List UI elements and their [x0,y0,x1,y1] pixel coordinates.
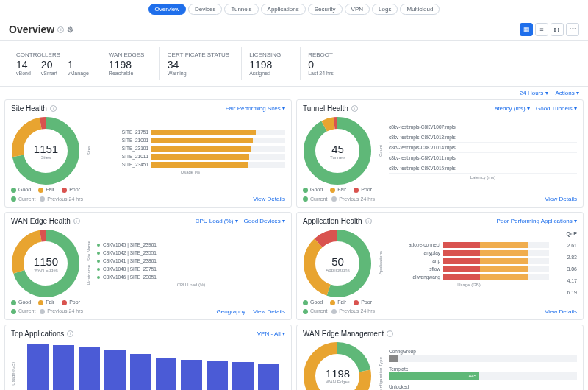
kpi-wan-edges: WAN EDGES 1198 Reachable [101,47,160,80]
qoe-value: 6.19 [555,290,577,295]
sub-legend-item: Previous 24 hrs [40,196,83,202]
site-bar-row: SITE_21011 [97,154,285,160]
wan-edge-item: C8KV1042 | SITE_23551 [97,250,285,255]
kpi-value: 1 [68,60,89,71]
top-app-bar [207,361,228,390]
settings-icon[interactable]: ⚙ [67,26,74,34]
qoe-column: QoE2.612.833.064.176.19 [555,228,577,298]
nav-tab-tunnels[interactable]: Tunnels [224,4,258,15]
wan-edge-item: C8KV1040 | SITE_23751 [97,266,285,272]
tunnel-filter-dropdown[interactable]: Good Tunnels ▾ [536,105,577,112]
app-bar-row: sflow [389,266,549,272]
panel-title-text: WAN Edge Health [11,217,71,225]
panel-application-health: Application Healthi Poor Performing Appl… [296,212,584,320]
site-bar-row: SITE_21001 [97,138,285,143]
app-bar-row: arip [389,258,549,264]
page-header: Overview i ⚙ ▦ ≡ ⫾⫾ 〰 [0,18,588,41]
app-bar-row: aliwangwang [389,274,549,280]
info-icon[interactable]: i [57,26,64,33]
info-icon[interactable]: i [50,105,57,112]
legend-item: Poor [62,299,80,305]
legend-item: Fair [330,187,346,193]
info-icon[interactable]: i [67,330,74,337]
app-bar-row: adobe-connect [389,242,549,248]
kpi-strip: CONTROLLERS 14vBond20vSmart1vManage WAN … [0,41,588,87]
view-grid-button[interactable]: ▦ [520,23,533,36]
view-line-button[interactable]: 〰 [566,23,579,36]
view-details-link[interactable]: View Details [545,308,577,315]
kpi-value: 1198 [249,60,288,71]
donut-value: 1150 [34,255,58,267]
tunnel-health-donut: 45Tunnels [303,116,373,185]
kpi-sub: vBond [16,71,31,76]
nav-tab-security[interactable]: Security [308,4,343,15]
kpi-value: 0 [308,60,348,71]
kpi-sub: Reachable [109,71,148,76]
sub-legend-item: Current [303,196,327,202]
y-axis-label: Usage (GB) [11,362,15,386]
view-switcher: ▦ ≡ ⫾⫾ 〰 [520,23,579,36]
kpi-value: 14 [16,60,31,71]
legend-item: Good [11,187,31,193]
kpi-label: LICENSING [249,52,288,58]
view-details-link[interactable]: View Details [253,196,285,202]
nav-tab-devices[interactable]: Devices [188,4,222,15]
legend-item: Fair [38,299,54,305]
top-app-bar [258,364,279,390]
time-range-dropdown[interactable]: 24 Hours ▾ [520,90,548,96]
site-health-donut: 1151Sites [11,116,81,185]
mgmt-bar-row: ConfigGroup [389,349,577,362]
donut-sub: Sites [34,155,58,159]
y-axis-label: Configuration Type [379,357,383,390]
site-bar-row: SITE_23101 [97,146,285,152]
tunnel-item: c8kv-test:mpls-C8KV1013:mpls [389,132,577,143]
view-list-button[interactable]: ≡ [535,23,548,36]
info-icon[interactable]: i [74,218,80,224]
nav-tab-applications[interactable]: Applications [261,4,306,15]
kpi-sub: vSmart [41,71,57,76]
kpi-label: CERTIFICATE STATUS [168,52,229,58]
info-icon[interactable]: i [365,218,372,224]
kpi-sub: Assigned [249,71,288,76]
nav-tab-logs[interactable]: Logs [372,4,398,15]
info-icon[interactable]: i [351,105,358,112]
top-app-bar [79,347,100,390]
device-filter-dropdown[interactable]: Good Devices ▾ [244,218,285,224]
y-axis-label: Hostname | Site Name [87,241,91,285]
nav-tab-vpn[interactable]: VPN [345,4,370,15]
geography-link[interactable]: Geography [217,308,246,315]
kpi-label: WAN EDGES [109,52,148,58]
view-details-link[interactable]: View Details [253,308,285,315]
view-bar-button[interactable]: ⫾⫾ [551,23,564,36]
donut-value: 1198 [326,367,350,380]
site-bar-row: SITE_21751 [97,130,285,135]
tunnel-item: c8kv-test:mpls-C8KV1007:mpls [389,122,577,132]
legend-item: Good [303,187,323,193]
wan-mgmt-bars: ConfigGroupTemplate445Unlocked637Count [389,344,577,390]
vpn-filter-dropdown[interactable]: VPN - All ▾ [257,330,285,337]
donut-sub: WAN Edges [34,267,58,272]
kpi-label: CONTROLLERS [16,52,89,58]
top-apps-bars [21,342,285,390]
top-app-bar [104,350,126,390]
donut-value: 50 [326,255,349,267]
legend-item: Poor [354,187,372,193]
kpi-sub: vManage [68,71,89,76]
mgmt-bar-row: Template445 [389,366,577,380]
info-icon[interactable]: i [387,330,393,337]
dashboard-toolbar: 24 Hours ▾ Actions ▾ [0,87,588,99]
nav-tab-multicloud[interactable]: Multicloud [400,4,440,15]
kpi-sub: Warning [168,71,229,76]
kpi-value: 34 [168,60,229,71]
view-details-link[interactable]: View Details [545,196,577,202]
panel-wan-edge-health: WAN Edge Healthi CPU Load (%) ▾ Good Dev… [4,212,292,320]
latency-dropdown[interactable]: Latency (ms) ▾ [491,105,529,112]
wan-edge-item: C8KV1041 | SITE_23801 [97,258,285,263]
legend-item: Fair [38,187,54,193]
app-filter-dropdown[interactable]: Poor Performing Applications ▾ [497,218,577,224]
nav-tab-overview[interactable]: Overview [148,4,186,15]
actions-dropdown[interactable]: Actions ▾ [556,90,579,96]
panel-wan-edge-management: WAN Edge Managementi 1198WAN Edges Confi… [296,325,584,390]
cpu-load-dropdown[interactable]: CPU Load (%) ▾ [196,218,238,224]
site-filter-dropdown[interactable]: Fair Performing Sites ▾ [226,105,285,112]
